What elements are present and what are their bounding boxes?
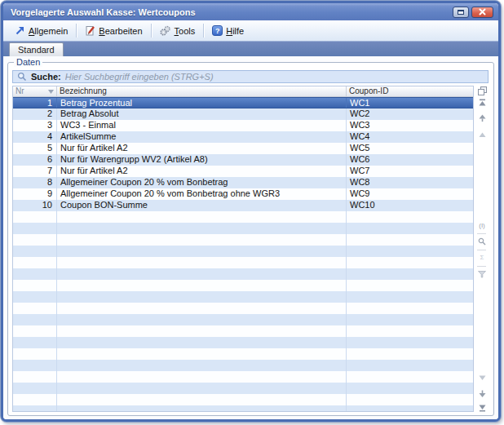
table-row[interactable]: 7 Nur für Artikel A2 WC7 xyxy=(13,166,473,177)
empty-row xyxy=(13,337,473,348)
titlebar[interactable]: Vorgelagerte Auswahl Kasse: Wertcoupons xyxy=(3,3,498,20)
cell-bezeichnung xyxy=(57,314,347,325)
table-row[interactable]: 8 Allgemeiner Coupon 20 % vom Bonbetrag … xyxy=(13,177,473,188)
sort-desc-icon xyxy=(48,90,54,94)
cell-bezeichnung: Nur für Warengrupp WV2 (Artikel A8) xyxy=(57,154,347,166)
last-row-icon xyxy=(479,405,486,412)
incremental-search-button[interactable] xyxy=(477,237,487,246)
table-row[interactable]: 6 Nur für Warengrupp WV2 (Artikel A8) WC… xyxy=(13,154,473,166)
cell-coupon-id xyxy=(347,371,473,383)
fit-width-button[interactable]: (I) xyxy=(477,221,487,231)
empty-row xyxy=(13,303,473,314)
column-header-coupon-id[interactable]: Coupon-ID xyxy=(347,86,473,96)
cell-nr xyxy=(13,211,57,223)
empty-row xyxy=(13,394,473,405)
search-icon xyxy=(17,72,27,82)
cell-coupon-id xyxy=(347,314,473,325)
cell-bezeichnung: Allgemeiner Coupon 20 % vom Bonbetrag xyxy=(57,177,347,188)
coupon-grid: Nr Bezeichnung Coupon-ID 1 Bet xyxy=(12,86,474,412)
menu-hilfe[interactable]: ? Hilfe xyxy=(209,24,247,38)
cell-coupon-id: WC3 xyxy=(347,120,473,131)
cell-bezeichnung xyxy=(57,348,347,360)
empty-row xyxy=(13,371,473,383)
empty-row xyxy=(13,325,473,337)
column-chooser-button[interactable] xyxy=(476,86,488,96)
cell-nr xyxy=(13,325,57,337)
cell-nr: 4 xyxy=(13,131,57,143)
cell-nr: 10 xyxy=(13,200,57,211)
cell-nr: 6 xyxy=(13,154,57,166)
cell-coupon-id xyxy=(347,360,473,371)
gears-icon xyxy=(160,25,171,36)
window-title: Vorgelagerte Auswahl Kasse: Wertcoupons xyxy=(11,7,450,17)
cell-nr: 9 xyxy=(13,188,57,200)
cell-bezeichnung xyxy=(57,394,347,405)
cell-bezeichnung xyxy=(57,291,347,303)
empty-row xyxy=(13,257,473,268)
cell-coupon-id xyxy=(347,268,473,280)
cell-nr: 5 xyxy=(13,143,57,154)
cell-bezeichnung xyxy=(57,325,347,337)
table-row[interactable]: 1 Betrag Prozentual WC1 xyxy=(13,97,473,108)
cell-nr: 2 xyxy=(13,108,57,120)
empty-row xyxy=(13,405,473,412)
cell-coupon-id xyxy=(347,325,473,337)
search-bar[interactable]: Suche: xyxy=(12,70,489,83)
cell-nr xyxy=(13,268,57,280)
search-input[interactable] xyxy=(65,72,484,82)
column-header-bezeichnung[interactable]: Bezeichnung xyxy=(57,86,347,96)
first-row-button[interactable] xyxy=(477,97,487,107)
close-icon xyxy=(479,8,486,15)
cell-bezeichnung xyxy=(57,257,347,268)
toolbar-separator xyxy=(76,24,77,38)
cell-bezeichnung xyxy=(57,211,347,223)
arrow-up-right-icon xyxy=(15,25,25,36)
last-row-button[interactable] xyxy=(477,403,487,413)
cell-bezeichnung: Allgemeiner Coupon 20 % vom Bonbetrag oh… xyxy=(57,188,347,200)
cell-coupon-id xyxy=(347,337,473,348)
cell-coupon-id xyxy=(347,405,473,412)
cell-bezeichnung xyxy=(57,246,347,257)
cell-nr: 1 xyxy=(13,98,57,108)
table-row[interactable]: 4 ArtikelSumme WC4 xyxy=(13,131,473,143)
cell-coupon-id: WC8 xyxy=(347,177,473,188)
next-page-button[interactable] xyxy=(477,373,487,383)
summary-button[interactable]: Σ xyxy=(477,253,487,263)
cell-bezeichnung xyxy=(57,223,347,234)
empty-row xyxy=(13,348,473,360)
previous-row-button[interactable] xyxy=(477,113,487,123)
cell-nr: 7 xyxy=(13,166,57,177)
cell-coupon-id: WC7 xyxy=(347,166,473,177)
empty-row xyxy=(13,314,473,325)
grid-body: 1 Betrag Prozentual WC1 2 Betrag Absolut… xyxy=(13,97,473,412)
table-row[interactable]: 9 Allgemeiner Coupon 20 % vom Bonbetrag … xyxy=(13,188,473,200)
cell-bezeichnung xyxy=(57,268,347,280)
cell-nr xyxy=(13,257,57,268)
cell-coupon-id xyxy=(347,280,473,291)
menu-bearbeiten[interactable]: Bearbeiten xyxy=(82,24,145,38)
table-row[interactable]: 5 Nur für Artikel A2 WC5 xyxy=(13,143,473,154)
cell-coupon-id: WC4 xyxy=(347,131,473,143)
summary-icon: Σ xyxy=(480,255,484,261)
table-row[interactable]: 2 Betrag Absolut WC2 xyxy=(13,108,473,120)
close-button[interactable] xyxy=(471,7,493,18)
restore-button[interactable] xyxy=(453,7,469,18)
empty-row xyxy=(13,280,473,291)
cell-bezeichnung xyxy=(57,383,347,394)
filter-icon xyxy=(478,271,486,278)
cell-bezeichnung: Coupon BON-Summe xyxy=(57,200,347,211)
table-row[interactable]: 10 Coupon BON-Summe WC10 xyxy=(13,200,473,211)
cell-bezeichnung xyxy=(57,405,347,412)
next-row-button[interactable] xyxy=(477,389,487,399)
menu-tools[interactable]: Tools xyxy=(157,24,199,38)
table-row[interactable]: 3 WC3 - Einmal WC3 xyxy=(13,120,473,131)
first-row-icon xyxy=(479,99,486,106)
cell-nr xyxy=(13,234,57,246)
menu-allgemein[interactable]: Allgemein xyxy=(11,24,71,38)
filter-button[interactable] xyxy=(477,269,487,279)
previous-page-button[interactable] xyxy=(477,130,487,139)
column-header-nr[interactable]: Nr xyxy=(13,86,57,96)
empty-row xyxy=(13,360,473,371)
tab-standard[interactable]: Standard xyxy=(9,42,64,56)
empty-row xyxy=(13,223,473,234)
